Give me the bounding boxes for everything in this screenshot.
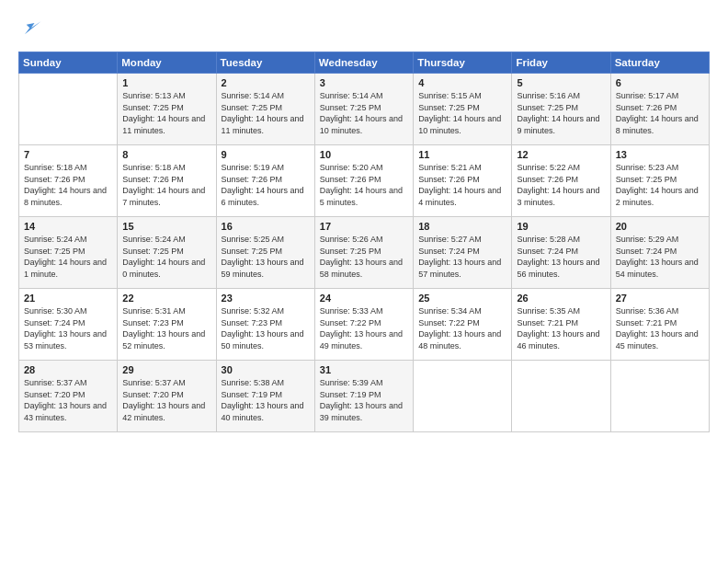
day-info: Sunrise: 5:26 AM Sunset: 7:25 PM Dayligh… [320,234,408,280]
day-number: 13 [616,149,704,160]
calendar-cell: 10 Sunrise: 5:20 AM Sunset: 7:26 PM Dayl… [314,145,413,217]
calendar-cell: 23 Sunrise: 5:32 AM Sunset: 7:23 PM Dayl… [216,289,314,361]
calendar-cell: 19 Sunrise: 5:28 AM Sunset: 7:24 PM Dayl… [512,217,610,289]
day-number: 28 [24,364,112,375]
day-number: 14 [24,221,112,232]
weekday-header: Monday [118,52,216,74]
day-number: 1 [122,77,210,88]
day-number: 24 [320,293,408,304]
day-info: Sunrise: 5:28 AM Sunset: 7:24 PM Dayligh… [517,234,605,280]
day-number: 16 [222,221,310,232]
day-info: Sunrise: 5:20 AM Sunset: 7:26 PM Dayligh… [320,162,408,208]
calendar-cell: 21 Sunrise: 5:30 AM Sunset: 7:24 PM Dayl… [19,289,118,361]
day-number: 9 [222,149,310,160]
day-info: Sunrise: 5:34 AM Sunset: 7:22 PM Dayligh… [418,305,506,351]
day-number: 21 [24,293,112,304]
day-number: 11 [418,149,506,160]
calendar-cell: 5 Sunrise: 5:16 AM Sunset: 7:25 PM Dayli… [512,74,610,145]
weekday-header: Tuesday [216,52,314,74]
calendar-cell: 1 Sunrise: 5:13 AM Sunset: 7:25 PM Dayli… [118,74,216,145]
calendar-cell: 4 Sunrise: 5:15 AM Sunset: 7:25 PM Dayli… [414,74,512,145]
day-info: Sunrise: 5:15 AM Sunset: 7:25 PM Dayligh… [418,90,506,136]
calendar-cell: 6 Sunrise: 5:17 AM Sunset: 7:26 PM Dayli… [610,74,709,145]
logo [18,17,48,42]
day-info: Sunrise: 5:38 AM Sunset: 7:19 PM Dayligh… [222,377,310,423]
day-info: Sunrise: 5:27 AM Sunset: 7:24 PM Dayligh… [418,234,506,280]
day-number: 23 [222,293,310,304]
calendar-cell: 2 Sunrise: 5:14 AM Sunset: 7:25 PM Dayli… [216,74,314,145]
page-header [18,17,710,42]
calendar-cell: 26 Sunrise: 5:35 AM Sunset: 7:21 PM Dayl… [512,289,610,361]
day-info: Sunrise: 5:18 AM Sunset: 7:26 PM Dayligh… [122,162,210,208]
day-info: Sunrise: 5:24 AM Sunset: 7:25 PM Dayligh… [24,234,112,280]
day-info: Sunrise: 5:36 AM Sunset: 7:21 PM Dayligh… [616,305,704,351]
calendar-cell: 27 Sunrise: 5:36 AM Sunset: 7:21 PM Dayl… [610,289,709,361]
weekday-header: Sunday [19,52,118,74]
calendar-cell: 7 Sunrise: 5:18 AM Sunset: 7:26 PM Dayli… [19,145,118,217]
calendar-cell: 15 Sunrise: 5:24 AM Sunset: 7:25 PM Dayl… [118,217,216,289]
calendar-cell: 14 Sunrise: 5:24 AM Sunset: 7:25 PM Dayl… [19,217,118,289]
svg-marker-0 [25,21,41,34]
calendar-cell: 18 Sunrise: 5:27 AM Sunset: 7:24 PM Dayl… [414,217,512,289]
calendar-cell: 20 Sunrise: 5:29 AM Sunset: 7:24 PM Dayl… [610,217,709,289]
calendar-cell: 13 Sunrise: 5:23 AM Sunset: 7:25 PM Dayl… [610,145,709,217]
day-info: Sunrise: 5:14 AM Sunset: 7:25 PM Dayligh… [320,90,408,136]
calendar-cell: 3 Sunrise: 5:14 AM Sunset: 7:25 PM Dayli… [314,74,413,145]
calendar-cell: 30 Sunrise: 5:38 AM Sunset: 7:19 PM Dayl… [216,361,314,432]
day-number: 31 [320,364,408,375]
calendar-cell: 31 Sunrise: 5:39 AM Sunset: 7:19 PM Dayl… [314,361,413,432]
calendar-cell: 12 Sunrise: 5:22 AM Sunset: 7:26 PM Dayl… [512,145,610,217]
day-info: Sunrise: 5:22 AM Sunset: 7:26 PM Dayligh… [517,162,605,208]
day-number: 5 [517,77,605,88]
day-number: 27 [616,293,704,304]
day-info: Sunrise: 5:14 AM Sunset: 7:25 PM Dayligh… [222,90,310,136]
calendar-cell: 16 Sunrise: 5:25 AM Sunset: 7:25 PM Dayl… [216,217,314,289]
day-info: Sunrise: 5:16 AM Sunset: 7:25 PM Dayligh… [517,90,605,136]
day-number: 20 [616,221,704,232]
day-number: 8 [122,149,210,160]
calendar-cell: 9 Sunrise: 5:19 AM Sunset: 7:26 PM Dayli… [216,145,314,217]
calendar-cell: 29 Sunrise: 5:37 AM Sunset: 7:20 PM Dayl… [118,361,216,432]
weekday-header: Thursday [414,52,512,74]
day-info: Sunrise: 5:37 AM Sunset: 7:20 PM Dayligh… [24,377,112,423]
calendar-cell [414,361,512,432]
day-info: Sunrise: 5:35 AM Sunset: 7:21 PM Dayligh… [517,305,605,351]
day-info: Sunrise: 5:30 AM Sunset: 7:24 PM Dayligh… [24,305,112,351]
day-number: 7 [24,149,112,160]
day-info: Sunrise: 5:25 AM Sunset: 7:25 PM Dayligh… [222,234,310,280]
calendar-cell [512,361,610,432]
day-info: Sunrise: 5:33 AM Sunset: 7:22 PM Dayligh… [320,305,408,351]
calendar-cell: 11 Sunrise: 5:21 AM Sunset: 7:26 PM Dayl… [414,145,512,217]
calendar-cell: 17 Sunrise: 5:26 AM Sunset: 7:25 PM Dayl… [314,217,413,289]
day-number: 22 [122,293,210,304]
day-info: Sunrise: 5:23 AM Sunset: 7:25 PM Dayligh… [616,162,704,208]
day-info: Sunrise: 5:31 AM Sunset: 7:23 PM Dayligh… [122,305,210,351]
calendar-cell [19,74,118,145]
calendar-week-row: 21 Sunrise: 5:30 AM Sunset: 7:24 PM Dayl… [19,289,710,361]
day-number: 15 [122,221,210,232]
day-info: Sunrise: 5:37 AM Sunset: 7:20 PM Dayligh… [122,377,210,423]
day-number: 26 [517,293,605,304]
day-number: 25 [418,293,506,304]
calendar-cell: 28 Sunrise: 5:37 AM Sunset: 7:20 PM Dayl… [19,361,118,432]
weekday-header-row: SundayMondayTuesdayWednesdayThursdayFrid… [19,52,710,74]
day-number: 12 [517,149,605,160]
day-info: Sunrise: 5:39 AM Sunset: 7:19 PM Dayligh… [320,377,408,423]
day-info: Sunrise: 5:19 AM Sunset: 7:26 PM Dayligh… [222,162,310,208]
calendar-cell: 24 Sunrise: 5:33 AM Sunset: 7:22 PM Dayl… [314,289,413,361]
day-info: Sunrise: 5:32 AM Sunset: 7:23 PM Dayligh… [222,305,310,351]
day-number: 6 [616,77,704,88]
logo-icon [18,17,44,42]
day-number: 2 [222,77,310,88]
calendar-week-row: 14 Sunrise: 5:24 AM Sunset: 7:25 PM Dayl… [19,217,710,289]
calendar-week-row: 7 Sunrise: 5:18 AM Sunset: 7:26 PM Dayli… [19,145,710,217]
day-number: 17 [320,221,408,232]
calendar-cell [610,361,709,432]
calendar-cell: 8 Sunrise: 5:18 AM Sunset: 7:26 PM Dayli… [118,145,216,217]
day-info: Sunrise: 5:29 AM Sunset: 7:24 PM Dayligh… [616,234,704,280]
day-info: Sunrise: 5:21 AM Sunset: 7:26 PM Dayligh… [418,162,506,208]
weekday-header: Wednesday [314,52,413,74]
day-number: 18 [418,221,506,232]
day-info: Sunrise: 5:18 AM Sunset: 7:26 PM Dayligh… [24,162,112,208]
weekday-header: Saturday [610,52,709,74]
